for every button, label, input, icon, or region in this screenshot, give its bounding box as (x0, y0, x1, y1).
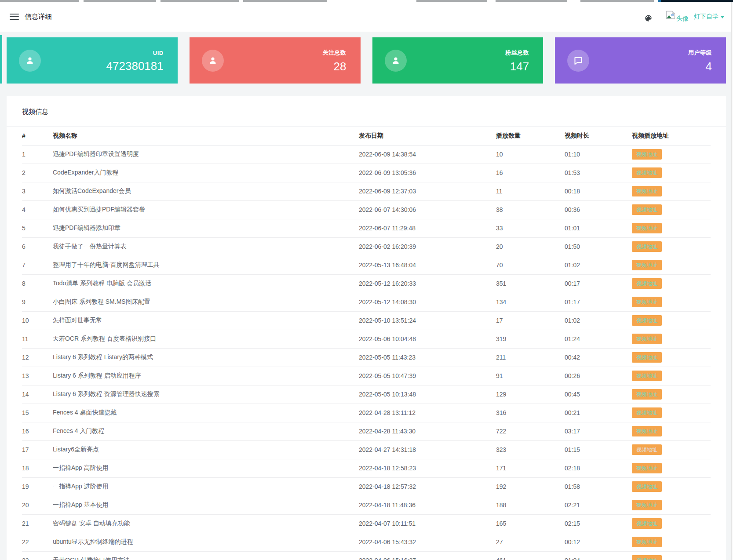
table-row: 9 小白图床 系列教程 SM.MS图床配置 2022-05-12 14:08:3… (22, 293, 711, 311)
stat-card-fans: 粉丝总数 147 (372, 37, 543, 84)
row-index: 4 (22, 200, 53, 219)
publish-date: 2022-04-28 13:11:12 (359, 404, 496, 422)
play-count: 10 (496, 145, 565, 164)
video-url-button[interactable]: 视频地址 (632, 334, 662, 344)
video-url-button[interactable]: 视频地址 (632, 463, 662, 473)
user-menu[interactable]: 灯下自学 (694, 13, 724, 21)
col-video-url: 视频播放地址 (632, 127, 711, 145)
row-index: 12 (22, 348, 53, 367)
table-row: 19 一指禅App 进阶使用 2022-04-18 12:57:32 192 0… (22, 477, 711, 496)
play-count: 461 (496, 551, 565, 560)
stats-row: UID 472380181 关注总数 28 粉丝总数 147 用户等级 4 (7, 37, 726, 84)
publish-date: 2022-04-28 11:43:30 (359, 422, 496, 440)
row-index: 22 (22, 533, 53, 551)
publish-date: 2022-04-18 11:48:36 (359, 496, 496, 514)
video-url-button[interactable]: 视频地址 (632, 167, 662, 178)
row-index: 21 (22, 514, 53, 533)
video-url-button[interactable]: 视频地址 (632, 444, 662, 455)
row-index: 8 (22, 274, 53, 293)
play-count: 70 (496, 256, 565, 274)
video-duration: 01:50 (565, 237, 632, 256)
publish-date: 2022-04-18 12:57:32 (359, 477, 496, 496)
video-name: 密码键盘 安卓 自动填充功能 (53, 514, 359, 533)
play-count: 27 (496, 533, 565, 551)
play-count: 192 (496, 477, 565, 496)
play-count: 323 (496, 440, 565, 459)
broken-image-icon (666, 11, 675, 19)
row-index: 20 (22, 496, 53, 514)
video-url-button[interactable]: 视频地址 (632, 352, 662, 363)
publish-date: 2022-05-05 10:47:39 (359, 367, 496, 385)
video-info-panel: 视频信息 # 视频名称 发布日期 播放数量 视频时长 视频播放地址 1 迅捷PD… (7, 96, 726, 560)
play-count: 134 (496, 293, 565, 311)
video-url-button[interactable]: 视频地址 (632, 371, 662, 381)
video-url-button[interactable]: 视频地址 (632, 537, 662, 547)
video-url-button[interactable]: 视频地址 (632, 555, 662, 560)
video-url-button[interactable]: 视频地址 (632, 278, 662, 289)
play-count: 171 (496, 459, 565, 477)
video-duration: 01:04 (565, 551, 632, 560)
video-name: 如何激活CodeExpander会员 (53, 182, 359, 200)
video-url-button[interactable]: 视频地址 (632, 315, 662, 326)
col-index: # (22, 127, 53, 145)
row-index: 9 (22, 293, 53, 311)
video-url-button[interactable]: 视频地址 (632, 407, 662, 418)
video-url-button[interactable]: 视频地址 (632, 186, 662, 196)
video-name: Listary 6 系列教程 资源管理器快速搜索 (53, 385, 359, 404)
video-url-button[interactable]: 视频地址 (632, 500, 662, 510)
video-name: 迅捷PDF编辑器添加印章 (53, 219, 359, 237)
video-url-button[interactable]: 视频地址 (632, 260, 662, 270)
video-url-button[interactable]: 视频地址 (632, 426, 662, 436)
theme-palette-icon[interactable] (644, 14, 653, 22)
video-name: Fences 4 桌面快速隐藏 (53, 404, 359, 422)
video-duration: 02:21 (565, 496, 632, 514)
row-index: 15 (22, 404, 53, 422)
user-icon (385, 50, 407, 72)
stat-value: 4 (688, 61, 712, 72)
video-name: 一指禅App 高阶使用 (53, 459, 359, 477)
avatar[interactable]: 头像 (666, 11, 689, 23)
video-duration: 03:17 (565, 422, 632, 440)
publish-date: 2022-05-12 14:08:30 (359, 293, 496, 311)
table-header-row: # 视频名称 发布日期 播放数量 视频时长 视频播放地址 (22, 127, 711, 145)
row-index: 16 (22, 422, 53, 440)
video-url-button[interactable]: 视频地址 (632, 389, 662, 400)
video-url-button[interactable]: 视频地址 (632, 204, 662, 215)
row-index: 18 (22, 459, 53, 477)
table-row: 14 Listary 6 系列教程 资源管理器快速搜索 2022-05-05 1… (22, 385, 711, 404)
video-name: ubuntu显示无控制终端的进程 (53, 533, 359, 551)
video-url-button[interactable]: 视频地址 (632, 518, 662, 529)
play-count: 17 (496, 311, 565, 330)
video-duration: 00:45 (565, 385, 632, 404)
video-name: Todo清单 系列教程 电脑版 会员激活 (53, 274, 359, 293)
video-url-button[interactable]: 视频地址 (632, 149, 662, 160)
play-count: 129 (496, 385, 565, 404)
row-index: 14 (22, 385, 53, 404)
table-row: 3 如何激活CodeExpander会员 2022-06-09 12:37:03… (22, 182, 711, 200)
row-index: 10 (22, 311, 53, 330)
video-url-button[interactable]: 视频地址 (632, 223, 662, 233)
scrollbar[interactable] (731, 2, 733, 560)
menu-hamburger-icon[interactable] (10, 12, 19, 22)
video-duration: 01:10 (565, 145, 632, 164)
table-row: 17 Listary6全新亮点 2022-04-27 14:31:18 323 … (22, 440, 711, 459)
stat-card-following: 关注总数 28 (190, 37, 361, 84)
play-count: 16 (496, 164, 565, 182)
video-url-button[interactable]: 视频地址 (632, 481, 662, 492)
publish-date: 2022-04-06 15:43:32 (359, 533, 496, 551)
stat-label: UID (106, 50, 164, 56)
video-duration: 00:26 (565, 367, 632, 385)
video-name: 怎样面对世事无常 (53, 311, 359, 330)
play-count: 91 (496, 367, 565, 385)
video-url-button[interactable]: 视频地址 (632, 241, 662, 252)
video-name: Fences 4 入门教程 (53, 422, 359, 440)
comment-icon (567, 50, 589, 72)
publish-date: 2022-06-09 13:05:36 (359, 164, 496, 182)
video-name: 一指禅App 基本使用 (53, 496, 359, 514)
video-duration: 00:18 (565, 182, 632, 200)
video-duration: 01:02 (565, 311, 632, 330)
col-play-count: 播放数量 (496, 127, 565, 145)
video-name: Listary 6 系列教程 启动应用程序 (53, 367, 359, 385)
video-name: CodeExpander入门教程 (53, 164, 359, 182)
video-url-button[interactable]: 视频地址 (632, 297, 662, 307)
